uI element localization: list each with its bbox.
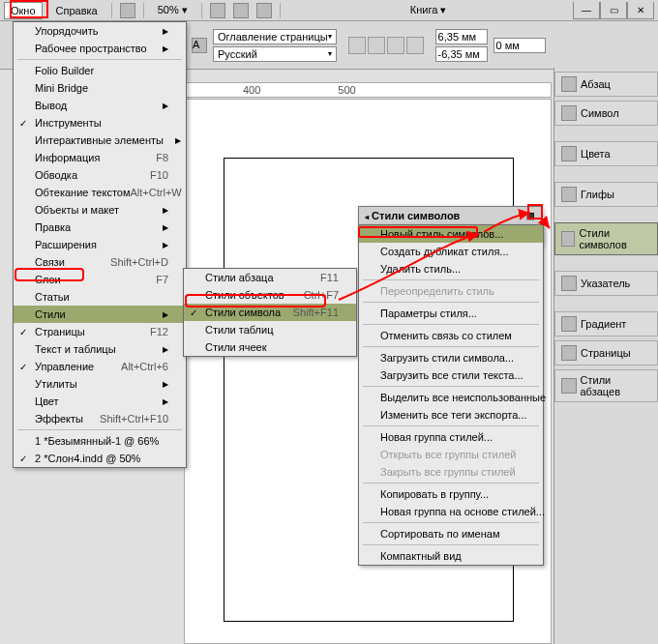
character-icon	[561, 105, 577, 121]
separator	[111, 3, 112, 18]
panel-menu-button[interactable]: ▤	[526, 211, 535, 220]
menu-item[interactable]: ЭффектыShift+Ctrl+F10	[14, 410, 186, 427]
panel-glyphs[interactable]: Глифы	[554, 182, 658, 207]
menu-item[interactable]: Расширения▶	[14, 236, 186, 253]
menu-help[interactable]: Справка	[50, 3, 104, 18]
align-right-icon[interactable]	[387, 37, 404, 54]
para-style-icon	[561, 378, 577, 394]
maximize-button[interactable]: ▭	[600, 2, 627, 19]
panel-colors[interactable]: Цвета	[554, 141, 658, 166]
panel-index[interactable]: Указатель	[554, 271, 658, 296]
menu-item[interactable]: 1 *Безымянный-1 @ 66%	[14, 432, 186, 450]
workspace-selector[interactable]: Книга ▾	[404, 2, 453, 18]
menu-item: Закрыть все группы стилей	[359, 463, 543, 481]
ruler-tick: 500	[338, 84, 355, 96]
menu-window[interactable]: Окно	[4, 2, 43, 19]
menu-item[interactable]: Рабочее пространство▶	[14, 40, 186, 57]
menu-item[interactable]: Параметры стиля...	[359, 305, 543, 322]
menu-item[interactable]: Интерактивные элементы▶	[14, 132, 186, 149]
menu-item[interactable]: Вывод▶	[14, 97, 186, 114]
menu-item[interactable]: Выделить все неиспользованные	[359, 389, 543, 406]
menu-item[interactable]: СвязиShift+Ctrl+D	[14, 253, 186, 271]
menu-item[interactable]: Обтекание текстомAlt+Ctrl+W	[14, 184, 186, 201]
menu-item[interactable]: ✓УправлениеAlt+Ctrl+6	[14, 358, 186, 375]
menu-item[interactable]: Копировать в группу...	[359, 485, 543, 503]
zoom-level[interactable]: 50% ▾	[152, 2, 194, 18]
pages-icon	[561, 345, 577, 361]
menu-item[interactable]: ✓2 *Слон4.indd @ 50%	[14, 450, 186, 467]
menu-item[interactable]: Новый стиль символов...	[359, 225, 543, 243]
separator	[363, 346, 539, 347]
separator	[17, 59, 182, 60]
window-controls: — ▭ ✕	[573, 2, 654, 19]
menubar: Окно Справка 50% ▾ Книга ▾ — ▭ ✕	[0, 0, 658, 21]
panel-header[interactable]: ◂ Стили символов ▤	[359, 207, 541, 225]
menu-item[interactable]: Текст и таблицы▶	[14, 340, 186, 358]
menu-item[interactable]: СлоиF7	[14, 271, 186, 288]
menu-item[interactable]: Загрузить все стили текста...	[359, 366, 543, 384]
menu-item[interactable]: Правка▶	[14, 219, 186, 236]
menu-item: Переопределить стиль	[359, 282, 543, 300]
menu-item[interactable]: ✓СтраницыF12	[14, 323, 186, 340]
panel-pages[interactable]: Страницы	[554, 340, 658, 366]
menu-item[interactable]: ✓Стили символаShift+F11	[184, 304, 356, 321]
panel-char-styles[interactable]: Стили символов	[554, 222, 658, 255]
indent-right[interactable]: 0 мм	[494, 38, 546, 53]
menu-item[interactable]: Изменить все теги экспорта...	[359, 406, 543, 424]
menu-item[interactable]: Стили таблиц	[184, 321, 356, 338]
menu-item[interactable]: Стили объектовCtrl+F7	[184, 286, 356, 304]
panel-character[interactable]: Символ	[554, 101, 658, 126]
panel-gradient[interactable]: Градиент	[554, 311, 658, 337]
menu-item[interactable]: Удалить стиль...	[359, 260, 543, 278]
menu-item[interactable]: Упорядочить▶	[14, 22, 186, 40]
panel-para-styles[interactable]: Стили абзацев	[554, 369, 658, 402]
panel-paragraph[interactable]: Абзац	[554, 72, 658, 97]
indent-top[interactable]: 6,35 мм	[435, 29, 488, 44]
indent-bottom[interactable]: -6,35 мм	[435, 46, 488, 62]
language-dropdown[interactable]: Русский▾	[213, 46, 337, 62]
menu-item[interactable]: Цвет▶	[14, 393, 186, 410]
separator	[363, 279, 539, 280]
view-options-icon[interactable]	[210, 3, 225, 18]
menu-item[interactable]: Отменить связь со стилем	[359, 327, 543, 344]
para-style-dropdown[interactable]: Оглавление страницы▾	[213, 29, 337, 44]
separator	[363, 302, 539, 303]
menu-item[interactable]: Компактный вид	[359, 547, 543, 565]
menu-item[interactable]: Новая группа стилей...	[359, 428, 543, 446]
align-group	[348, 37, 424, 54]
menu-item: Открыть все группы стилей	[359, 446, 543, 463]
char-format-icon[interactable]: A	[192, 38, 207, 53]
separator	[280, 3, 281, 18]
menu-item[interactable]: Утилиты▶	[14, 375, 186, 393]
bridge-icon[interactable]	[120, 3, 135, 18]
close-button[interactable]: ✕	[627, 2, 654, 19]
menu-item[interactable]: Новая группа на основе стилей...	[359, 503, 543, 520]
menu-item[interactable]: Сортировать по именам	[359, 525, 543, 542]
menu-item[interactable]: ОбводкаF10	[14, 166, 186, 184]
menu-item[interactable]: Загрузить стили символа...	[359, 349, 543, 366]
menu-item[interactable]: Стили абзацаF11	[184, 269, 356, 286]
menu-item[interactable]: Статьи	[14, 288, 186, 306]
paragraph-icon	[561, 76, 577, 92]
gradient-icon	[561, 316, 577, 332]
arrange-icon[interactable]	[256, 3, 272, 18]
separator	[363, 425, 539, 426]
menu-item[interactable]: ✓Инструменты	[14, 114, 186, 132]
screen-mode-icon[interactable]	[233, 3, 249, 18]
char-style-icon	[561, 231, 575, 247]
menu-item[interactable]: Стили ячеек	[184, 338, 356, 356]
align-left-icon[interactable]	[348, 37, 366, 54]
window-menu-dropdown: Упорядочить▶Рабочее пространство▶Folio B…	[13, 21, 187, 468]
menu-item[interactable]: Стили▶	[14, 306, 186, 323]
minimize-button[interactable]: —	[573, 2, 600, 19]
separator	[201, 3, 202, 18]
separator	[363, 544, 539, 545]
menu-item[interactable]: ИнформацияF8	[14, 149, 186, 166]
separator	[363, 522, 539, 523]
menu-item[interactable]: Mini Bridge	[14, 79, 186, 97]
align-center-icon[interactable]	[368, 37, 385, 54]
menu-item[interactable]: Объекты и макет▶	[14, 201, 186, 219]
menu-item[interactable]: Folio Builder	[14, 62, 186, 79]
align-justify-icon[interactable]	[406, 37, 424, 54]
menu-item[interactable]: Создать дубликат стиля...	[359, 243, 543, 260]
